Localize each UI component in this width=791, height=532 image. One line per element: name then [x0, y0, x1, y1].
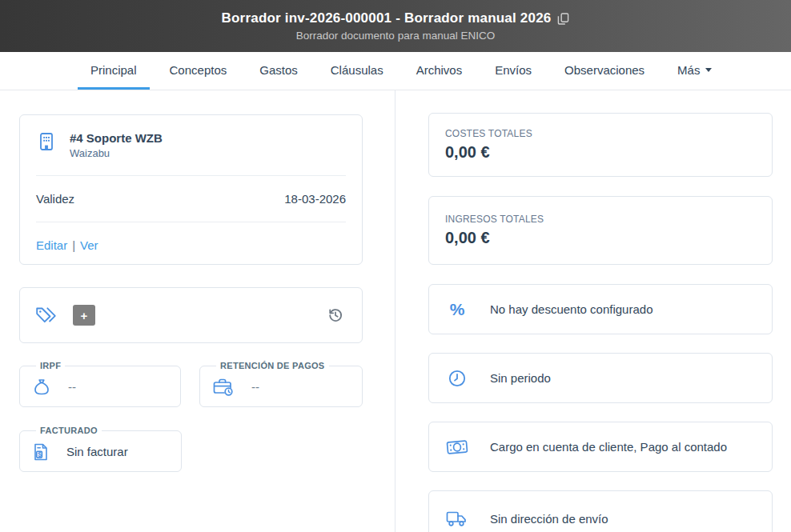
truck-icon — [445, 509, 469, 528]
tab-bar: Principal Conceptos Gastos Cláusulas Arc… — [0, 52, 791, 90]
divider — [36, 175, 346, 176]
facturado-field[interactable]: FACTURADO $ Sin facturar — [19, 426, 182, 472]
billing-field-row: FACTURADO $ Sin facturar — [19, 426, 363, 472]
cash-icon — [445, 438, 469, 457]
customer-company: Waizabu — [70, 147, 163, 159]
document-detail-screen: Borrador inv-2026-000001 - Borrador manu… — [0, 0, 791, 532]
view-link[interactable]: Ver — [80, 238, 98, 252]
shipping-status-card[interactable]: Sin dirección de envío — [428, 490, 773, 532]
validity-date: 18-03-2026 — [284, 192, 346, 206]
tab-observaciones[interactable]: Observaciones — [552, 52, 657, 90]
page-subtitle: Borrador documento para manual ENICO — [296, 30, 495, 42]
tab-clausulas[interactable]: Cláusulas — [318, 52, 396, 90]
edit-link[interactable]: Editar — [36, 238, 67, 252]
customer-identity: #4 Soporte WZB Waizabu — [70, 131, 163, 159]
tags-card: + — [19, 287, 363, 343]
ingresos-value: 0,00 € — [445, 229, 756, 247]
payment-status-text: Cargo en cuenta de cliente, Pago al cont… — [490, 440, 727, 454]
briefcase-clock-icon — [211, 377, 235, 398]
svg-text:$: $ — [38, 450, 42, 458]
facturado-label: FACTURADO — [36, 426, 102, 435]
facturado-value: Sin facturar — [66, 445, 128, 458]
ingresos-label: INGRESOS TOTALES — [445, 214, 756, 225]
retencion-value: -- — [251, 380, 259, 394]
history-icon[interactable] — [327, 306, 344, 324]
moneybag-icon — [31, 377, 52, 398]
tax-fields-row: IRPF -- RETENCIÓN DE PAGOS — [19, 361, 363, 407]
shipping-status-text: Sin dirección de envío — [490, 512, 608, 526]
validity-row: Validez 18-03-2026 — [36, 192, 346, 206]
payment-status-card[interactable]: Cargo en cuenta de cliente, Pago al cont… — [428, 422, 773, 472]
retencion-field[interactable]: RETENCIÓN DE PAGOS — [199, 361, 363, 407]
irpf-field[interactable]: IRPF -- — [19, 361, 181, 407]
tab-principal[interactable]: Principal — [78, 52, 150, 90]
validity-label: Validez — [36, 192, 74, 206]
costes-totales-card: COSTES TOTALES 0,00 € — [428, 113, 773, 177]
copy-icon[interactable] — [557, 12, 569, 26]
customer-actions: Editar|Ver — [36, 238, 346, 252]
tags-icon — [34, 305, 58, 326]
period-status-card[interactable]: Sin periodo — [428, 353, 773, 403]
divider — [36, 222, 346, 222]
left-column: #4 Soporte WZB Waizabu Validez 18-03-202… — [0, 90, 396, 532]
irpf-label: IRPF — [36, 361, 65, 370]
irpf-value: -- — [68, 380, 76, 394]
discount-status-card[interactable]: % No hay descuento configurado — [428, 284, 773, 334]
main-content: #4 Soporte WZB Waizabu Validez 18-03-202… — [0, 90, 791, 532]
invoice-icon: $ — [31, 442, 50, 462]
tab-conceptos[interactable]: Conceptos — [157, 52, 240, 90]
tab-mas[interactable]: Más — [665, 52, 725, 90]
page-header: Borrador inv-2026-000001 - Borrador manu… — [0, 0, 791, 52]
building-icon — [36, 131, 57, 152]
caret-down-icon — [705, 68, 712, 72]
period-status-text: Sin periodo — [490, 371, 551, 385]
tab-archivos[interactable]: Archivos — [404, 52, 476, 90]
costes-label: COSTES TOTALES — [445, 128, 756, 139]
customer-name: #4 Soporte WZB — [70, 131, 163, 145]
tab-gastos[interactable]: Gastos — [247, 52, 311, 90]
clock-icon — [445, 368, 469, 389]
discount-status-text: No hay descuento configurado — [490, 302, 652, 316]
tab-envios[interactable]: Envíos — [482, 52, 544, 90]
percent-icon: % — [445, 300, 469, 319]
add-tag-button[interactable]: + — [73, 305, 95, 326]
page-title: Borrador inv-2026-000001 - Borrador manu… — [222, 10, 552, 26]
right-column: COSTES TOTALES 0,00 € INGRESOS TOTALES 0… — [396, 90, 791, 532]
ingresos-totales-card: INGRESOS TOTALES 0,00 € — [428, 196, 773, 265]
costes-value: 0,00 € — [445, 143, 756, 162]
customer-card: #4 Soporte WZB Waizabu Validez 18-03-202… — [19, 114, 363, 265]
retencion-label: RETENCIÓN DE PAGOS — [216, 361, 329, 370]
link-separator: | — [72, 238, 75, 252]
